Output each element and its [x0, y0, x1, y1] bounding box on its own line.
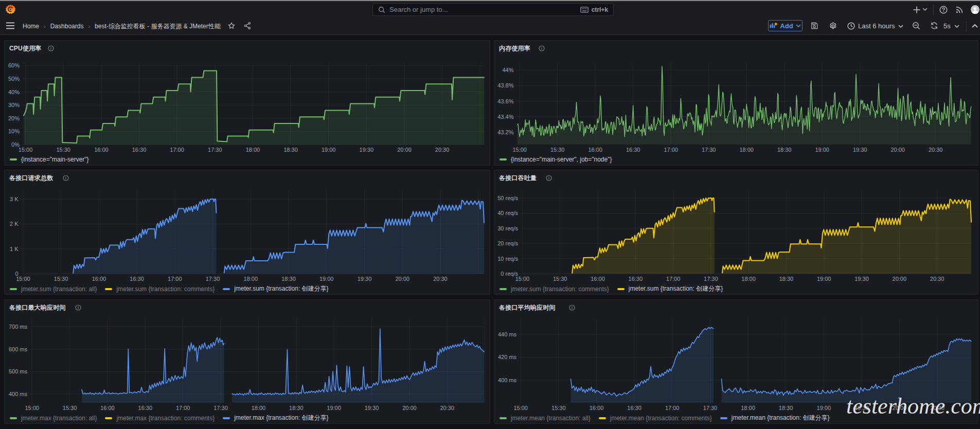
svg-text:20%: 20%	[8, 115, 20, 121]
svg-text:18:30: 18:30	[289, 405, 304, 411]
svg-text:50%: 50%	[8, 76, 20, 82]
svg-text:16:00: 16:00	[92, 276, 106, 282]
svg-text:17:30: 17:30	[213, 405, 228, 411]
svg-text:17:30: 17:30	[702, 147, 716, 153]
svg-text:19:00: 19:00	[817, 405, 831, 411]
svg-text:19:30: 19:30	[853, 147, 867, 153]
svg-text:400 ms: 400 ms	[9, 391, 28, 397]
svg-text:19:30: 19:30	[854, 276, 869, 282]
svg-text:17:00: 17:00	[665, 405, 680, 411]
svg-text:18:30: 18:30	[779, 276, 794, 282]
svg-text:16:30: 16:30	[132, 147, 147, 153]
svg-text:20:30: 20:30	[929, 147, 943, 153]
svg-text:20:00: 20:00	[893, 276, 907, 282]
svg-text:40%: 40%	[8, 89, 20, 95]
svg-text:18:30: 18:30	[777, 147, 792, 153]
svg-text:17:00: 17:00	[170, 147, 184, 153]
svg-text:15:30: 15:30	[56, 147, 70, 153]
svg-text:20:00: 20:00	[402, 405, 417, 411]
svg-text:17:30: 17:30	[704, 276, 718, 282]
svg-text:16:30: 16:30	[627, 405, 642, 411]
svg-text:17:30: 17:30	[208, 147, 222, 153]
svg-text:18:30: 18:30	[281, 276, 296, 282]
svg-text:43.2%: 43.2%	[497, 129, 513, 135]
svg-text:20:30: 20:30	[440, 405, 454, 411]
svg-text:10%: 10%	[8, 128, 20, 134]
svg-text:19:00: 19:00	[817, 276, 831, 282]
svg-text:18:00: 18:00	[741, 276, 756, 282]
svg-text:20:30: 20:30	[433, 276, 448, 282]
svg-text:18:00: 18:00	[739, 147, 754, 153]
svg-text:50 req/s: 50 req/s	[497, 195, 518, 201]
svg-text:19:30: 19:30	[358, 276, 372, 282]
svg-text:19:30: 19:30	[365, 405, 379, 411]
svg-text:15:00: 15:00	[19, 147, 33, 153]
svg-text:17:00: 17:00	[168, 276, 182, 282]
svg-text:16:00: 16:00	[590, 405, 604, 411]
svg-text:18:00: 18:00	[246, 147, 260, 153]
svg-text:19:00: 19:00	[815, 147, 829, 153]
svg-text:20:00: 20:00	[397, 147, 412, 153]
svg-text:20:00: 20:00	[890, 147, 905, 153]
svg-text:30 req/s: 30 req/s	[497, 225, 518, 231]
svg-text:18:30: 18:30	[283, 147, 298, 153]
svg-text:2 K: 2 K	[10, 221, 19, 227]
svg-text:16:30: 16:30	[138, 405, 153, 411]
svg-text:43.4%: 43.4%	[497, 114, 513, 120]
svg-text:18:00: 18:00	[741, 405, 755, 411]
svg-text:420 ms: 420 ms	[498, 354, 517, 360]
svg-text:17:00: 17:00	[176, 405, 190, 411]
svg-text:17:00: 17:00	[664, 147, 678, 153]
svg-text:19:00: 19:00	[319, 276, 334, 282]
svg-text:15:30: 15:30	[54, 276, 68, 282]
svg-text:10 req/s: 10 req/s	[497, 256, 518, 262]
svg-text:20:30: 20:30	[930, 276, 945, 282]
svg-text:16:00: 16:00	[94, 147, 109, 153]
svg-text:19:00: 19:00	[322, 147, 336, 153]
svg-text:600 ms: 600 ms	[9, 346, 28, 352]
svg-text:16:30: 16:30	[130, 276, 144, 282]
svg-text:15:00: 15:00	[25, 405, 39, 411]
svg-text:3 K: 3 K	[10, 196, 19, 202]
svg-text:43.6%: 43.6%	[497, 98, 513, 104]
svg-text:40 req/s: 40 req/s	[497, 210, 518, 216]
svg-text:15:30: 15:30	[551, 405, 566, 411]
svg-text:15:00: 15:00	[16, 276, 30, 282]
svg-text:500 ms: 500 ms	[9, 368, 28, 374]
svg-text:15:30: 15:30	[550, 147, 565, 153]
svg-text:16:30: 16:30	[629, 276, 643, 282]
svg-text:17:30: 17:30	[703, 405, 718, 411]
svg-text:15:00: 15:00	[513, 405, 528, 411]
svg-text:19:00: 19:00	[327, 405, 341, 411]
svg-text:16:00: 16:00	[100, 405, 115, 411]
svg-text:15:30: 15:30	[553, 276, 567, 282]
svg-text:20:00: 20:00	[395, 276, 409, 282]
svg-text:17:00: 17:00	[666, 276, 681, 282]
svg-text:700 ms: 700 ms	[9, 324, 28, 330]
svg-text:18:30: 18:30	[779, 405, 793, 411]
svg-text:60%: 60%	[8, 62, 20, 68]
svg-text:16:00: 16:00	[588, 147, 602, 153]
svg-text:16:00: 16:00	[591, 276, 605, 282]
svg-text:18:00: 18:00	[252, 405, 266, 411]
svg-text:15:00: 15:00	[515, 276, 530, 282]
svg-text:16:30: 16:30	[626, 147, 640, 153]
svg-text:20 req/s: 20 req/s	[497, 240, 518, 246]
svg-text:43.8%: 43.8%	[497, 82, 513, 88]
svg-text:15:30: 15:30	[63, 405, 77, 411]
svg-text:19:30: 19:30	[360, 147, 374, 153]
svg-text:44%: 44%	[502, 67, 513, 73]
svg-text:15:00: 15:00	[512, 147, 527, 153]
svg-text:30%: 30%	[8, 102, 20, 108]
svg-text:18:00: 18:00	[244, 276, 258, 282]
svg-text:20:30: 20:30	[435, 147, 450, 153]
svg-text:400 ms: 400 ms	[498, 377, 517, 383]
svg-text:440 ms: 440 ms	[498, 331, 517, 337]
svg-text:1 K: 1 K	[10, 246, 19, 252]
svg-text:17:30: 17:30	[206, 276, 220, 282]
